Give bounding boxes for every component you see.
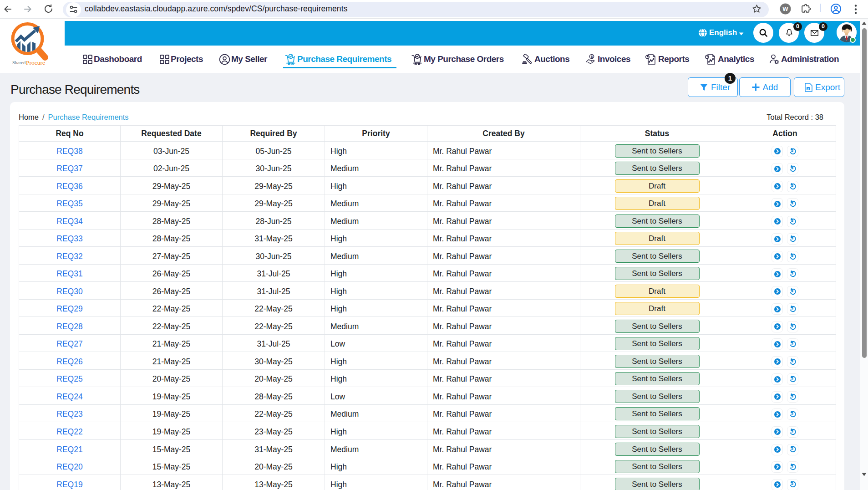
svg-text:x: x <box>807 87 809 90</box>
svg-text:W: W <box>782 5 788 12</box>
svg-text:Shared: Shared <box>12 60 26 65</box>
svg-text:Procure: Procure <box>26 59 45 66</box>
